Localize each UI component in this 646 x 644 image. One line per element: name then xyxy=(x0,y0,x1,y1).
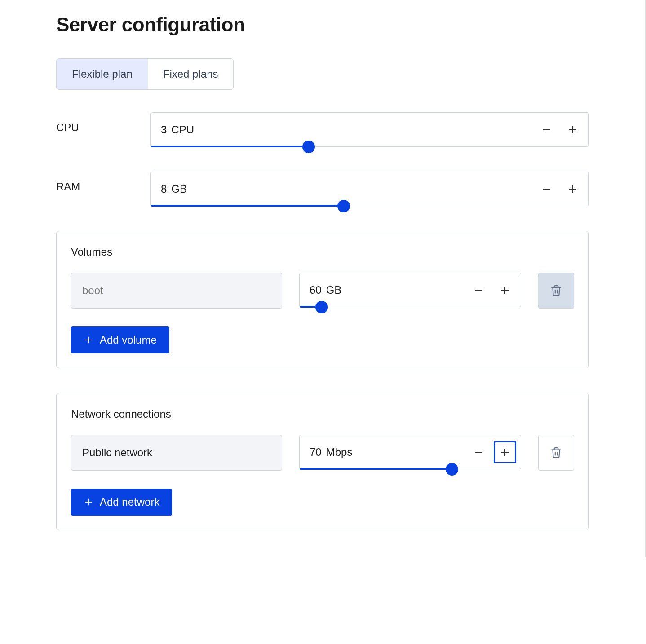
volume-size-slider[interactable]: 60 GB xyxy=(299,273,521,307)
tab-fixed-plans[interactable]: Fixed plans xyxy=(148,59,234,89)
volume-row: 60 GB xyxy=(71,273,574,309)
network-decrement-button[interactable] xyxy=(468,441,490,463)
ram-slider[interactable]: 8 GB xyxy=(150,172,589,206)
network-delete-button[interactable] xyxy=(538,435,574,471)
add-volume-button[interactable]: Add volume xyxy=(71,326,169,353)
cpu-increment-button[interactable] xyxy=(562,119,584,141)
plus-icon xyxy=(500,447,510,458)
ram-track xyxy=(151,205,344,207)
cpu-decrement-button[interactable] xyxy=(535,119,558,141)
add-network-label: Add network xyxy=(100,496,159,508)
networks-title: Network connections xyxy=(71,408,574,420)
network-name-input[interactable] xyxy=(71,435,282,471)
network-bandwidth-slider[interactable]: 70 Mbps xyxy=(299,435,521,469)
volumes-title: Volumes xyxy=(71,246,574,258)
minus-icon xyxy=(473,447,484,458)
plan-tabs: Flexible plan Fixed plans xyxy=(56,58,234,90)
ram-unit: GB xyxy=(171,183,187,195)
tab-flexible-plan[interactable]: Flexible plan xyxy=(57,59,148,89)
add-volume-label: Add volume xyxy=(100,334,157,346)
network-bandwidth-value: 70 xyxy=(310,446,322,459)
network-bandwidth-unit: Mbps xyxy=(326,446,353,459)
cpu-label: CPU xyxy=(56,112,150,134)
minus-icon xyxy=(473,285,484,296)
volume-increment-button[interactable] xyxy=(494,279,516,301)
volume-decrement-button[interactable] xyxy=(468,279,490,301)
trash-icon xyxy=(550,285,562,296)
network-track xyxy=(300,468,452,470)
minus-icon xyxy=(541,124,552,135)
plus-icon xyxy=(500,285,510,296)
volumes-panel: Volumes 60 GB xyxy=(56,231,589,368)
volume-name-input[interactable] xyxy=(71,273,282,309)
plus-icon xyxy=(84,497,93,507)
cpu-track xyxy=(151,146,309,147)
networks-panel: Network connections 70 Mbps xyxy=(56,393,589,530)
volume-size-value: 60 xyxy=(310,284,322,296)
plus-icon xyxy=(567,184,578,194)
plus-icon xyxy=(567,124,578,135)
ram-handle[interactable] xyxy=(337,200,350,212)
minus-icon xyxy=(541,184,552,194)
volume-size-unit: GB xyxy=(326,284,342,296)
ram-value: 8 xyxy=(161,183,167,195)
cpu-handle[interactable] xyxy=(302,141,315,153)
network-handle[interactable] xyxy=(446,463,458,476)
add-network-button[interactable]: Add network xyxy=(71,489,172,516)
cpu-row: CPU 3 CPU xyxy=(56,112,589,147)
cpu-slider[interactable]: 3 CPU xyxy=(150,112,589,147)
server-config-page: Server configuration Flexible plan Fixed… xyxy=(0,0,646,557)
ram-label: RAM xyxy=(56,172,150,193)
ram-row: RAM 8 GB xyxy=(56,172,589,206)
cpu-value: 3 xyxy=(161,124,167,136)
plus-icon xyxy=(84,335,93,345)
network-increment-button[interactable] xyxy=(494,441,516,463)
cpu-unit: CPU xyxy=(171,124,194,136)
volume-handle[interactable] xyxy=(315,301,328,313)
ram-decrement-button[interactable] xyxy=(535,178,558,200)
page-title: Server configuration xyxy=(56,13,589,36)
network-row: 70 Mbps xyxy=(71,435,574,471)
ram-increment-button[interactable] xyxy=(562,178,584,200)
trash-icon xyxy=(550,447,562,459)
volume-delete-button xyxy=(538,273,574,309)
